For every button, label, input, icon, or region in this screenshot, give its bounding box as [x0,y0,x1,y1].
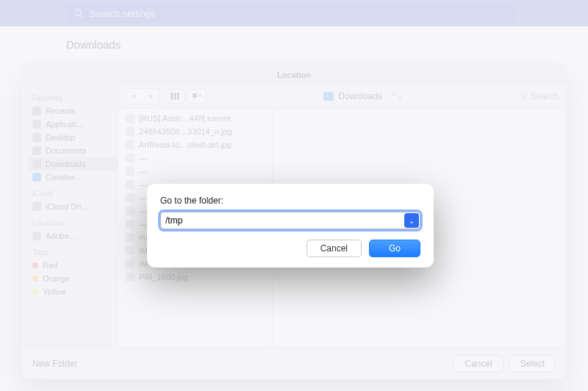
view-options-button[interactable] [187,89,207,104]
sidebar-item-label: Creative… [46,173,84,182]
sidebar-item-label: Documents [46,146,87,155]
file-icon [126,273,135,281]
svg-rect-0 [171,93,173,100]
sidebar-group-label: iCloud [32,190,118,198]
path-popup[interactable]: Downloads ⌃⌄ [212,91,514,101]
tag-dot-icon [32,276,38,281]
panel-search[interactable]: Search [520,91,559,101]
file-name: — [139,207,147,215]
goto-folder-dialog: Go to the folder: ⌄ Cancel Go [147,184,434,268]
nav-forward-button[interactable]: › [143,89,159,104]
cloud-icon [32,202,41,211]
sidebar-item-label: Desktop [46,133,75,142]
file-icon [126,207,135,215]
sidebar-item[interactable]: Downloads [28,157,118,171]
tag-dot-icon [32,289,38,295]
file-row[interactable]: 248843508…33014_n.jpg [118,125,272,138]
folder-icon [323,92,334,101]
file-name: — [139,167,147,176]
panel-select-button[interactable]: Select [509,355,556,373]
panel-cancel-button[interactable]: Cancel [453,355,503,373]
sidebar-item-label: Yellow [43,287,65,296]
file-icon [126,233,135,242]
sidebar-item[interactable]: Creative… [28,171,118,184]
new-folder-button[interactable]: New Folder [32,359,77,369]
path-label: Downloads [338,91,381,101]
tag-dot-icon [32,262,38,268]
panel-search-label: Search [531,91,559,101]
sidebar-item[interactable]: Recents [28,104,118,118]
open-panel-title: Location [22,63,566,84]
chevron-updown-icon: ⌃⌄ [391,92,403,100]
file-icon [126,114,135,123]
sidebar-item[interactable]: Applicati… [28,118,118,131]
sidebar-item-label: Adobe… [46,232,77,240]
view-columns-button[interactable] [165,89,184,104]
file-icon [126,180,135,189]
file-name: 248843508…33014_n.jpg [139,127,232,136]
file-name: — [139,154,147,162]
file-icon [126,127,135,136]
goto-label: Go to the folder: [160,196,420,206]
desktop-icon [32,133,41,142]
sidebar-item[interactable]: iCloud Dri… [28,200,118,213]
search-icon [520,92,528,100]
file-row[interactable]: — [118,165,272,178]
svg-rect-3 [193,93,197,98]
sidebar-item[interactable]: Documents [28,144,118,157]
file-row[interactable]: [RUS] Adob…448].torrent [118,112,272,125]
disk-icon [32,232,41,240]
file-name: — [139,180,147,189]
file-icon [126,246,135,255]
sidebar-item-label: Recents [46,107,75,115]
clock-icon [32,107,41,115]
sidebar-item[interactable]: Red [28,259,118,272]
goto-path-input[interactable] [160,212,420,229]
open-panel-sidebar: FavoritesRecentsApplicati…DesktopDocumen… [22,84,118,347]
sidebar-item-label: Downloads [46,159,85,168]
svg-rect-2 [177,93,179,100]
file-icon [126,220,135,229]
sidebar-item-label: Red [43,261,57,270]
file-name: — [139,220,147,229]
sidebar-item-label: Applicati… [46,120,85,129]
file-name: PIR_1600.jpg [139,273,188,281]
down-icon [32,159,41,168]
app-icon [32,120,41,129]
file-name: — [139,193,147,202]
settings-search[interactable]: Search settings [66,4,514,23]
page-title: Downloads [66,38,588,51]
sidebar-item-label: iCloud Dri… [46,202,89,211]
file-icon [126,193,135,202]
file-icon [126,154,135,162]
search-icon [74,8,84,18]
sidebar-group-label: Favorites [32,94,118,102]
settings-topbar: Search settings [0,0,588,26]
nav-back-forward[interactable]: ‹ › [126,88,159,104]
file-icon [126,259,135,268]
file-name: ArtReals-to…oiled-dirt.jpg [139,140,232,149]
file-name: [RUS] Adob…448].torrent [139,114,231,123]
columns-icon [171,93,179,100]
goto-go-button[interactable]: Go [369,240,420,257]
folder-icon [32,173,41,182]
goto-cancel-button[interactable]: Cancel [306,240,362,257]
sidebar-item[interactable]: Yellow [28,285,118,298]
gear-dropdown-icon [192,93,202,100]
doc-icon [32,146,41,155]
file-row[interactable]: — [118,151,272,165]
sidebar-item[interactable]: Adobe… [28,229,118,243]
sidebar-group-label: Tags [32,248,118,257]
sidebar-item-label: Orange [43,274,70,283]
sidebar-item[interactable]: Orange [28,272,118,285]
file-icon [126,167,135,176]
svg-rect-1 [174,93,176,100]
settings-search-placeholder: Search settings [90,8,156,19]
sidebar-item[interactable]: Desktop [28,131,118,144]
file-row[interactable]: ArtReals-to…oiled-dirt.jpg [118,138,272,151]
sidebar-group-label: Locations [32,219,118,227]
file-icon [126,140,135,149]
combobox-step-icon[interactable]: ⌄ [404,213,419,228]
file-row[interactable]: PIR_1600.jpg [118,270,272,284]
nav-back-button[interactable]: ‹ [126,89,143,104]
